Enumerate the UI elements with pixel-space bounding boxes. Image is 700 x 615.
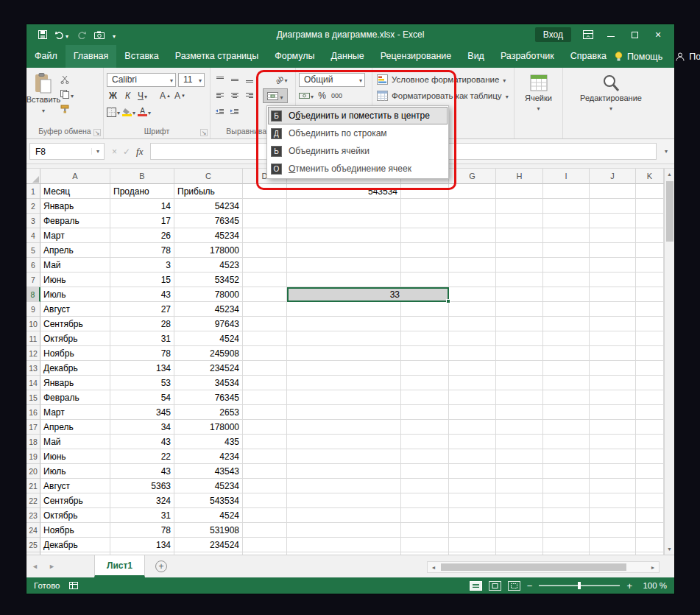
column-header-J[interactable]: J — [590, 169, 636, 184]
cell-F19[interactable] — [401, 449, 449, 464]
cell-D12[interactable] — [243, 346, 287, 361]
fill-color-button[interactable] — [122, 105, 135, 119]
cell-H20[interactable] — [496, 464, 543, 479]
column-header-H[interactable]: H — [496, 169, 543, 184]
cell-J8[interactable] — [590, 287, 636, 302]
cell-A22[interactable]: Сентябрь — [40, 493, 110, 508]
cell-H21[interactable] — [496, 479, 543, 493]
cell-J10[interactable] — [590, 317, 636, 331]
cell-K19[interactable] — [636, 449, 664, 464]
merge-center-button[interactable] — [263, 88, 288, 103]
row-header-15[interactable]: 15 — [26, 390, 40, 405]
cell-D3[interactable] — [243, 214, 287, 228]
cell-B21[interactable]: 5363 — [110, 479, 174, 493]
fill-handle[interactable] — [446, 299, 450, 303]
cell-H22[interactable] — [496, 493, 543, 508]
cell-C8[interactable]: 78000 — [174, 287, 243, 302]
cell-G5[interactable] — [449, 243, 496, 258]
cell-H24[interactable] — [496, 523, 543, 538]
row-header-12[interactable]: 12 — [26, 346, 40, 361]
cell-C3[interactable]: 76345 — [174, 214, 243, 228]
zoom-level[interactable]: 100 % — [639, 581, 667, 590]
cell-J5[interactable] — [590, 243, 636, 258]
row-header-19[interactable]: 19 — [26, 449, 40, 464]
cell-F23[interactable] — [401, 508, 449, 523]
cell-F10[interactable] — [401, 317, 449, 331]
macro-record-button[interactable] — [69, 582, 78, 589]
cell-I11[interactable] — [543, 331, 590, 346]
menu-item-1[interactable]: БОбъединить и поместить в центре — [268, 107, 448, 124]
cell-G3[interactable] — [449, 214, 496, 228]
redo-button[interactable] — [77, 31, 86, 39]
cell-C6[interactable]: 4523 — [174, 258, 243, 273]
cell-K1[interactable] — [636, 184, 664, 199]
cell-G2[interactable] — [449, 199, 496, 214]
cell-D16[interactable] — [243, 405, 287, 420]
cell-E6[interactable] — [287, 258, 401, 273]
cell-B3[interactable]: 17 — [110, 214, 174, 228]
scroll-up-arrow[interactable]: ▲ — [665, 169, 675, 180]
font-name-combo[interactable]: Calibri — [107, 73, 176, 87]
cell-I2[interactable] — [543, 199, 590, 214]
cell-F15[interactable] — [401, 390, 449, 405]
cell-G8[interactable] — [449, 287, 496, 302]
cell-J12[interactable] — [590, 346, 636, 361]
cell-I5[interactable] — [543, 243, 590, 258]
cell-G17[interactable] — [449, 420, 496, 435]
vertical-scrollbar[interactable]: ▲ ▼ — [664, 169, 674, 555]
tab-главная[interactable]: Главная — [66, 45, 117, 68]
cell-J17[interactable] — [590, 420, 636, 435]
comma-style-button[interactable]: 000 — [330, 89, 343, 102]
cell-I3[interactable] — [543, 214, 590, 228]
font-name-caret[interactable] — [170, 74, 173, 85]
row-header-18[interactable]: 18 — [26, 435, 40, 449]
conditional-formatting-caret[interactable] — [503, 75, 506, 84]
cell-E7[interactable] — [287, 273, 401, 287]
cell-I18[interactable] — [543, 435, 590, 449]
zoom-slider[interactable] — [539, 585, 620, 586]
align-top-button[interactable] — [213, 73, 226, 86]
minimize-button[interactable] — [605, 29, 617, 40]
cell-K12[interactable] — [636, 346, 664, 361]
new-sheet-button[interactable]: + — [155, 555, 167, 577]
cell-G12[interactable] — [449, 346, 496, 361]
cell-B8[interactable]: 43 — [110, 287, 174, 302]
cell-D13[interactable] — [243, 361, 287, 376]
cell-I13[interactable] — [543, 361, 590, 376]
font-size-caret[interactable] — [199, 74, 202, 85]
cell-F18[interactable] — [401, 435, 449, 449]
cell-H18[interactable] — [496, 435, 543, 449]
cell-G22[interactable] — [449, 493, 496, 508]
cell-D1[interactable] — [243, 184, 287, 199]
cell-K14[interactable] — [636, 376, 664, 390]
cell-F22[interactable] — [401, 493, 449, 508]
cell-B15[interactable]: 54 — [110, 390, 174, 405]
cell-E12[interactable] — [287, 346, 401, 361]
cell-G20[interactable] — [449, 464, 496, 479]
cell-E10[interactable] — [287, 317, 401, 331]
cell-K2[interactable] — [636, 199, 664, 214]
cell-K9[interactable] — [636, 302, 664, 317]
formula-bar-expand-caret[interactable]: ▾ — [661, 148, 671, 155]
cell-E15[interactable] — [287, 390, 401, 405]
cell-I21[interactable] — [543, 479, 590, 493]
horizontal-scroll-track[interactable] — [439, 562, 647, 572]
horizontal-scrollbar[interactable]: ◄ ► — [427, 561, 660, 573]
cell-C4[interactable]: 45234 — [174, 228, 243, 243]
cell-I22[interactable] — [543, 493, 590, 508]
save-button[interactable] — [38, 30, 47, 39]
cell-G10[interactable] — [449, 317, 496, 331]
cell-G7[interactable] — [449, 273, 496, 287]
merge-center-caret[interactable] — [280, 89, 283, 102]
cell-B19[interactable]: 22 — [110, 449, 174, 464]
cell-A15[interactable]: Февраль — [40, 390, 110, 405]
cell-D9[interactable] — [243, 302, 287, 317]
cell-B13[interactable]: 134 — [110, 361, 174, 376]
cell-K15[interactable] — [636, 390, 664, 405]
row-header-21[interactable]: 21 — [26, 479, 40, 493]
font-color-button[interactable]: А — [138, 105, 151, 119]
cell-B5[interactable]: 78 — [110, 243, 174, 258]
cell-G21[interactable] — [449, 479, 496, 493]
font-size-combo[interactable]: 11 — [178, 73, 205, 87]
cell-A14[interactable]: Январь — [40, 376, 110, 390]
